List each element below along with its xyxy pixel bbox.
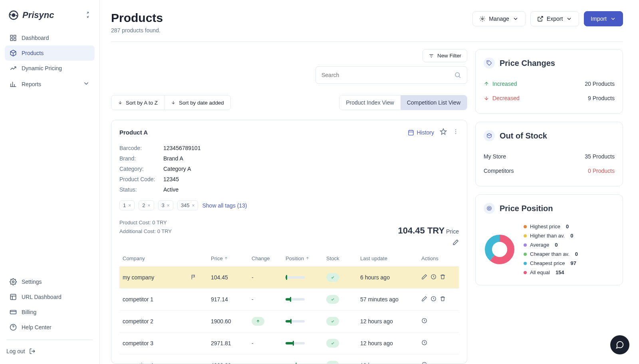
- export-button[interactable]: Export: [530, 11, 579, 26]
- price-position-panel: Price Position Highest price0Higher than…: [475, 194, 623, 285]
- legend-item: Average0: [524, 240, 578, 249]
- sidebar-item-reports[interactable]: Reports: [5, 76, 95, 92]
- company-name: my company: [123, 274, 154, 281]
- more-icon[interactable]: [452, 129, 459, 136]
- sidebar: Prisync Dashboard Products Dynamic Prici…: [0, 0, 100, 364]
- tag[interactable]: 345 ×: [177, 200, 198, 210]
- change-none: -: [252, 340, 254, 346]
- price-cell: 1900.60: [208, 311, 248, 332]
- sidebar-collapse-icon[interactable]: [84, 11, 91, 20]
- svg-point-11: [455, 73, 460, 77]
- tag-remove-icon[interactable]: ×: [128, 203, 131, 208]
- stock-ok-icon: [326, 295, 339, 304]
- clock-icon[interactable]: [421, 340, 427, 347]
- product-card: Product A History: [111, 120, 467, 364]
- table-row: my company104.45-6 hours ago: [119, 267, 459, 289]
- change-up-icon: [252, 317, 264, 326]
- company-name: competitor 2: [123, 318, 153, 324]
- last-update-cell: 12 hours ago: [357, 311, 418, 332]
- trash-icon[interactable]: [440, 274, 446, 281]
- svg-point-1: [12, 14, 15, 17]
- sidebar-item-url-dashboard[interactable]: URL Dashboard: [5, 289, 95, 305]
- new-filter-button[interactable]: New Filter: [423, 49, 467, 62]
- logout-button[interactable]: Log out: [5, 345, 95, 358]
- sidebar-item-billing[interactable]: Billing: [5, 305, 95, 320]
- sidebar-item-label: Settings: [22, 279, 42, 285]
- additional-cost: Additional Cost: 0 TRY: [119, 227, 172, 236]
- tab-competition-list-view[interactable]: Competition List View: [401, 95, 467, 110]
- price-cell: 104.45: [208, 267, 248, 289]
- change-none: -: [252, 274, 254, 281]
- tab-product-index-view[interactable]: Product Index View: [339, 95, 400, 110]
- svg-point-22: [487, 206, 492, 211]
- edit-icon[interactable]: [452, 239, 459, 247]
- last-update-cell: 12 hours ago: [357, 332, 418, 354]
- last-update-cell: 57 minutes ago: [357, 289, 418, 311]
- company-name: competitor 1: [123, 296, 153, 303]
- sidebar-item-dashboard[interactable]: Dashboard: [5, 30, 95, 46]
- sort-by-date-button[interactable]: Sort by date added: [164, 95, 230, 110]
- svg-point-14: [455, 131, 456, 132]
- tag-remove-icon[interactable]: ×: [147, 203, 150, 208]
- sidebar-item-products[interactable]: Products: [5, 46, 95, 61]
- sidebar-item-settings[interactable]: Settings: [5, 274, 95, 289]
- clock-icon[interactable]: [421, 362, 427, 364]
- history-link[interactable]: History: [408, 129, 434, 136]
- svg-point-21: [488, 62, 488, 62]
- tag[interactable]: 1 ×: [119, 200, 135, 210]
- flag-icon[interactable]: [191, 274, 196, 281]
- price-changes-panel: Price Changes Increased 20 Products Decr…: [475, 49, 623, 114]
- sidebar-item-label: Dynamic Pricing: [22, 65, 62, 71]
- search-icon: [454, 71, 461, 79]
- change-none: -: [252, 362, 254, 364]
- svg-point-15: [455, 133, 456, 134]
- star-icon[interactable]: [440, 128, 447, 136]
- tag[interactable]: 3 ×: [158, 200, 173, 210]
- company-name: competitor 3: [123, 340, 153, 346]
- clock-icon[interactable]: [431, 274, 437, 281]
- trash-icon[interactable]: [440, 296, 446, 303]
- last-update-cell: 6 hours ago: [357, 267, 418, 289]
- change-none: -: [252, 296, 254, 303]
- edit-icon[interactable]: [421, 296, 427, 303]
- search-input-wrap: [316, 66, 467, 84]
- page-title: Products: [111, 11, 163, 25]
- svg-point-13: [455, 129, 456, 130]
- import-button[interactable]: Import: [584, 11, 623, 26]
- product-name: Product A: [119, 129, 148, 136]
- brand-logo: Prisync: [8, 10, 54, 21]
- manage-button[interactable]: Manage: [472, 11, 526, 26]
- show-all-tags-link[interactable]: Show all tags (13): [202, 202, 247, 209]
- tag-remove-icon[interactable]: ×: [167, 203, 170, 208]
- product-cost: Product Cost: 0 TRY: [119, 218, 172, 227]
- sidebar-item-label: URL Dashboard: [22, 294, 62, 300]
- position-bar: [286, 298, 305, 301]
- target-icon: [484, 203, 495, 214]
- svg-rect-12: [409, 130, 413, 135]
- legend-item: All equal154: [524, 268, 578, 277]
- stock-ok-icon: [326, 361, 339, 364]
- sort-a-to-z-button[interactable]: Sort by A to Z: [111, 95, 164, 110]
- svg-point-10: [482, 18, 483, 20]
- svg-rect-3: [14, 35, 16, 37]
- price-cell: 2971.81: [208, 332, 248, 354]
- position-bar: [286, 342, 305, 344]
- sidebar-item-help-center[interactable]: Help Center: [5, 320, 95, 335]
- clock-icon[interactable]: [421, 318, 427, 325]
- sidebar-item-dynamic-pricing[interactable]: Dynamic Pricing: [5, 61, 95, 76]
- legend-item: Highest price0: [524, 222, 578, 231]
- page-subtitle: 287 products found.: [111, 27, 163, 34]
- svg-rect-5: [14, 39, 16, 41]
- search-input[interactable]: [321, 72, 454, 78]
- position-bar: [286, 320, 305, 322]
- company-name: competitor 4: [123, 362, 153, 364]
- tag-remove-icon[interactable]: ×: [192, 203, 194, 208]
- chat-fab[interactable]: [610, 335, 629, 354]
- tag[interactable]: 2 ×: [139, 200, 154, 210]
- svg-point-20: [422, 362, 427, 364]
- sidebar-item-label: Billing: [22, 309, 36, 315]
- chevron-down-icon: [83, 80, 90, 88]
- edit-icon[interactable]: [421, 274, 427, 281]
- clock-icon[interactable]: [431, 296, 437, 303]
- legend-item: Cheapest price97: [524, 259, 578, 268]
